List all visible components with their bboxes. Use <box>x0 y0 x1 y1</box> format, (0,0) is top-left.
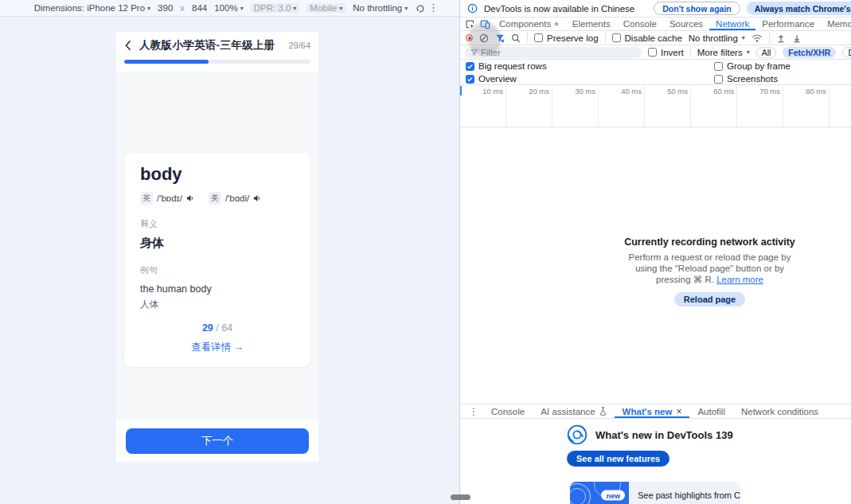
screenshots-checkbox[interactable]: Screenshots <box>714 74 851 84</box>
chevron-down-icon: ▾ <box>404 5 408 12</box>
drawer-tab-ai-assistance[interactable]: AI assistance <box>533 404 614 418</box>
checkbox-unchecked[interactable] <box>714 75 723 84</box>
viewport-height-field[interactable]: 844 <box>192 3 207 13</box>
drawer-tab-console[interactable]: Console <box>483 404 533 418</box>
ruler-tick: 10 ms <box>460 85 506 127</box>
app-title: 人教版小学英语-三年级上册 <box>139 38 280 53</box>
drawer-tabbar: ⋮ Console AI assistance What's new × Aut… <box>460 404 851 419</box>
dimension-separator: x <box>180 3 185 13</box>
drawer-menu-icon[interactable]: ⋮ <box>464 404 483 418</box>
recording-help-text: Perform a request or reload the page by … <box>568 252 851 285</box>
checkbox-unchecked[interactable] <box>648 48 657 57</box>
device-type-select[interactable]: Mobile ▾ <box>306 3 345 13</box>
record-icon[interactable] <box>466 34 473 41</box>
tab-sources[interactable]: Sources <box>663 18 709 30</box>
big-request-rows-checkbox[interactable]: Big request rows <box>466 61 714 71</box>
whats-new-title: What's new in DevTools 139 <box>595 429 733 441</box>
next-word-button[interactable]: 下一个 <box>126 428 309 454</box>
see-all-features-button[interactable]: See all new features <box>567 451 669 467</box>
timeline-cursor <box>460 86 462 96</box>
example-label: 例句 <box>140 264 295 276</box>
card-index-total: / 64 <box>213 322 232 334</box>
speaker-icon[interactable] <box>253 194 262 202</box>
type-filter-all[interactable]: All <box>756 47 777 58</box>
more-filters-label: More filters <box>697 48 743 57</box>
drawer-resize-handle[interactable] <box>451 494 470 500</box>
card-index-current: 29 <box>202 322 213 334</box>
overview-checkbox[interactable]: Overview <box>466 74 714 84</box>
throttling-select[interactable]: No throttling ▾ <box>353 3 408 13</box>
tab-elements[interactable]: Elements <box>566 18 617 30</box>
ruler-tick: 70 ms <box>737 85 783 127</box>
app-footer: 下一个 <box>116 420 318 462</box>
tab-network[interactable]: Network <box>709 18 755 30</box>
view-details-link[interactable]: 查看详情 → <box>140 341 295 354</box>
checkbox-unchecked[interactable] <box>714 62 723 71</box>
back-icon[interactable] <box>124 40 131 51</box>
throttling-value: No throttling <box>689 33 738 43</box>
preserve-log-checkbox[interactable]: Preserve log <box>534 33 599 43</box>
checkbox-checked[interactable] <box>466 75 474 84</box>
chevron-down-icon: ▾ <box>339 5 342 12</box>
info-icon <box>467 3 478 14</box>
card-index: 29 / 64 <box>140 322 295 334</box>
viewport-width-field[interactable]: 390 <box>158 3 173 13</box>
example-english: the human body <box>140 283 295 295</box>
recording-message: Currently recording network activity Per… <box>460 236 851 307</box>
dpr-select[interactable]: DPR: 3.0 ▾ <box>251 3 300 13</box>
zoom-select[interactable]: 100% ▾ <box>214 3 243 13</box>
tab-console[interactable]: Console <box>617 18 663 30</box>
new-badge: new <box>601 490 625 501</box>
close-icon[interactable]: × <box>676 406 681 417</box>
throttling-dropdown[interactable]: No throttling ▾ <box>689 33 745 43</box>
export-har-icon[interactable] <box>792 33 802 43</box>
learn-more-link[interactable]: Learn more <box>716 275 763 284</box>
help-line: Perform a request or reload the page by <box>568 252 851 263</box>
thumb-decoration <box>570 488 586 504</box>
more-options-icon[interactable]: ⋮ <box>428 2 439 14</box>
network-overview-timeline[interactable]: 10 ms 20 ms 30 ms 40 ms 50 ms 60 ms 70 m… <box>460 85 851 127</box>
ruler-tick: 50 ms <box>645 85 691 127</box>
ruler-tick: 40 ms <box>599 85 645 127</box>
example-chinese: 人体 <box>140 299 295 311</box>
import-har-icon[interactable] <box>776 33 786 43</box>
highlight-thumbnail: new <box>570 482 629 504</box>
dont-show-again-button[interactable]: Don't show again <box>654 2 740 15</box>
checkbox-checked[interactable] <box>466 62 474 71</box>
clear-icon[interactable] <box>479 33 489 43</box>
throttling-label: No throttling <box>353 3 402 13</box>
search-icon[interactable] <box>511 33 521 43</box>
type-filter-doc[interactable]: Doc <box>842 47 851 58</box>
reload-page-button[interactable]: Reload page <box>674 292 745 307</box>
filter-input[interactable] <box>481 48 636 57</box>
filter-field[interactable] <box>465 47 642 58</box>
rotate-icon[interactable] <box>415 3 425 14</box>
filter-icon[interactable] <box>495 33 505 43</box>
filter-funnel-icon <box>470 49 478 57</box>
invert-checkbox[interactable]: Invert <box>648 48 684 57</box>
device-toolbar-toggle-icon[interactable] <box>478 18 493 30</box>
checkbox-unchecked[interactable] <box>534 33 543 42</box>
ruler-tick: 20 ms <box>506 85 552 127</box>
tab-components[interactable]: Components ∗ <box>493 18 566 30</box>
type-filter-fetch-xhr[interactable]: Fetch/XHR <box>783 47 836 58</box>
speaker-icon[interactable] <box>186 194 195 202</box>
inspect-icon[interactable] <box>463 18 478 30</box>
network-conditions-icon[interactable] <box>751 33 763 43</box>
highlight-card[interactable]: new See past highlights from Chrome 138 <box>570 482 740 504</box>
disable-cache-checkbox[interactable]: Disable cache <box>612 33 682 43</box>
device-select[interactable]: Dimensions: iPhone 12 Pro ▾ <box>34 3 150 13</box>
checkbox-unchecked[interactable] <box>612 33 621 42</box>
help-line: using the "Reload page" button or by <box>568 263 851 274</box>
tab-memory[interactable]: Memory <box>821 18 851 30</box>
drawer-tab-whats-new[interactable]: What's new × <box>615 404 690 418</box>
disable-cache-label: Disable cache <box>625 33 682 43</box>
group-by-frame-checkbox[interactable]: Group by frame <box>714 61 851 71</box>
divider <box>690 47 691 57</box>
language-infobar: DevTools is now available in Chinese Don… <box>460 0 851 18</box>
more-filters-dropdown[interactable]: More filters ▾ <box>697 48 750 57</box>
tab-performance[interactable]: Performance <box>755 18 821 30</box>
match-language-button[interactable]: Always match Chrome's language <box>747 2 851 15</box>
drawer-tab-network-conditions[interactable]: Network conditions <box>733 404 826 418</box>
drawer-tab-autofill[interactable]: Autofill <box>689 404 733 418</box>
